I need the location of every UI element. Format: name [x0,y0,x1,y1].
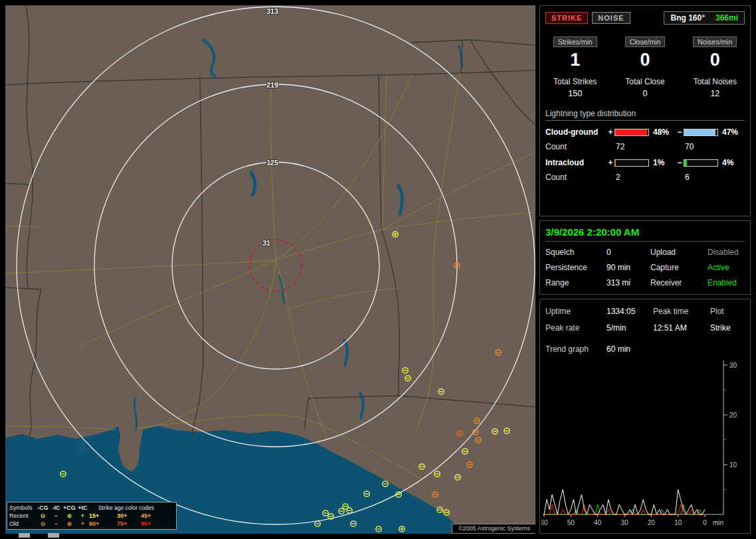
squelch-value: 0 [607,248,650,257]
neg-ic-icon: − [50,512,62,520]
strike-symbol [393,232,398,237]
total-strikes-value: 150 [540,89,610,98]
info-panel: Uptime 1334:05 Peak time Plot Peak rate … [539,299,751,534]
ring-labels: 313 219 125 31 [262,7,278,247]
plus-sign: + [607,158,614,167]
trend-graph-label: Trend graph [545,345,607,354]
legend-age-header: Strike age color codes [89,504,163,512]
svg-text:10: 10 [674,519,682,526]
age-75: 75+ [117,520,141,528]
svg-text:min: min [713,519,723,526]
svg-text:50: 50 [567,519,575,526]
plot-label: Plot [710,307,745,316]
intracloud-count-row: Count 2 6 [545,173,745,182]
legend-symbols-header: Symbols [9,504,36,512]
persistence-label: Persistence [545,263,607,272]
settings-row: Range 313 mi Receiver Enabled [545,278,745,287]
legend-col-neg-ic: -IC [50,504,62,512]
cg-minus-bar [684,129,718,136]
bearing-readout: Bng 160° 366mi [664,11,745,25]
receiver-status: Enabled [708,278,745,287]
rate-chip-row: Strikes/min Close/min Noises/min 1 0 0 T… [540,35,750,98]
strike-symbol [474,418,480,424]
window-artifact [48,533,59,538]
settings-row: Squelch 0 Upload Disabled [545,248,745,257]
water-layer [5,40,464,534]
total-noises-value: 12 [680,89,750,98]
strike-symbol [467,462,472,467]
peak-time-label: Peak time [653,307,710,316]
strike-symbol [457,431,462,436]
ring-label-31: 31 [262,239,270,247]
peak-time-value: 12:51 AM [653,323,710,333]
uptime-value: 1334:05 [607,307,653,316]
legend-col-neg-cg: -CG [36,504,50,512]
total-close-value: 0 [610,89,680,98]
close-per-min-chip[interactable]: Close/min [625,37,666,47]
cg-plus-pct: 48% [649,127,676,137]
cloud-ground-label: Cloud-ground [545,127,607,137]
map-legend: Symbols -CG -IC +CG +IC Strike age color… [7,502,177,530]
bearing-label: Bng 160° [670,13,704,23]
neg-cg-icon: ⊖ [36,520,50,528]
roads-layer [5,73,535,479]
pos-cg-icon: ⊕ [62,512,76,520]
count-label: Count [545,142,607,151]
receiver-label: Receiver [650,278,708,287]
legend-old-label: Old [9,520,36,528]
legend-col-pos-cg: +CG [62,504,76,512]
svg-text:20: 20 [729,412,737,419]
strike-symbol [403,368,408,373]
age-90: 90+ [141,520,163,528]
range-label: Range [545,278,607,287]
strike-symbol [504,428,510,433]
neg-ic-icon: − [50,520,62,528]
strikes-per-min-chip[interactable]: Strikes/min [553,37,597,47]
strike-symbol [419,464,425,469]
age-15: 15+ [89,512,117,520]
lightning-map[interactable]: 313 219 125 31 Symbols -CG -IC +CG +IC S… [5,5,535,534]
strike-symbol [496,350,501,355]
ic-plus-bar [614,159,649,167]
neg-cg-icon: ⊖ [36,512,50,520]
cg-plus-count: 72 [614,142,649,151]
minus-sign: − [676,158,684,167]
squelch-label: Squelch [545,248,607,257]
trend-series-noises [544,504,705,514]
info-row: Uptime 1334:05 Peak time Plot [545,307,745,316]
cloud-ground-count-row: Count 72 70 [545,142,745,151]
info-row: Peak rate 5/min 12:51 AM Strike [545,323,745,333]
trend-graph: 3020106050403020100min [541,355,749,530]
capture-status: Active [708,263,745,272]
strike-symbol [476,437,481,443]
ring-label-125: 125 [266,159,278,167]
bearing-distance: 366mi [715,13,738,23]
strike-symbol [432,492,438,497]
legend-recent-row: Recent ⊖ − ⊕ + 15+ 30+ 45+ [9,512,174,520]
strikes-per-min-value: 1 [540,50,610,70]
svg-text:0: 0 [703,519,707,526]
plot-value: Strike [710,323,745,333]
svg-text:20: 20 [648,519,656,526]
ic-minus-bar [684,159,718,167]
legend-col-pos-ic: +IC [76,504,89,512]
svg-text:30: 30 [620,519,628,526]
trend-series-strikes [544,490,705,515]
peak-rate-label: Peak rate [545,323,607,333]
strike-symbol [434,471,440,477]
intracloud-row: Intracloud + 1% − 4% [545,158,745,167]
noises-per-min-chip[interactable]: Noises/min [693,37,737,47]
strike-button[interactable]: STRIKE [545,12,588,24]
upload-status: Disabled [708,248,745,257]
noise-button[interactable]: NOISE [592,12,630,24]
intracloud-label: Intracloud [545,158,607,167]
settings-row: Persistence 90 min Capture Active [545,263,745,272]
minus-sign: − [676,127,684,137]
cg-minus-pct: 47% [718,127,739,137]
map-canvas: 313 219 125 31 [5,5,535,534]
trend-series-close [544,504,705,514]
strike-symbol [455,475,460,480]
trend-label-row: Trend graph 60 min [545,345,745,354]
svg-text:40: 40 [594,519,602,526]
legend-recent-label: Recent [9,512,36,520]
